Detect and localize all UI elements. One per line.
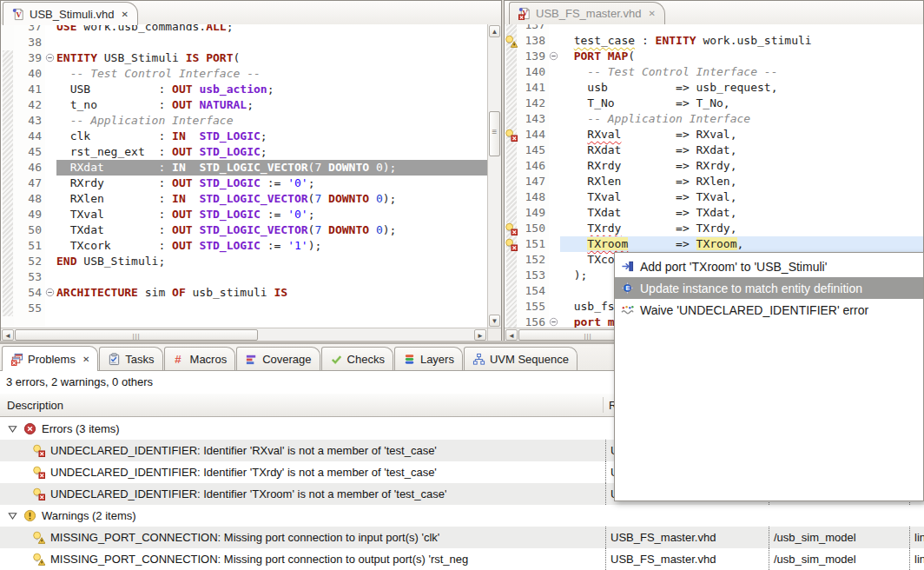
code-line[interactable]: usb => usb_request, xyxy=(560,80,923,96)
code-line[interactable]: clk : IN STD_LOGIC; xyxy=(56,129,487,144)
line-number[interactable]: 148 xyxy=(518,189,545,205)
fold-ruler[interactable] xyxy=(549,24,560,328)
code-line[interactable] xyxy=(56,269,487,285)
code-line[interactable]: RXdat => RXdat, xyxy=(560,142,923,158)
code-line[interactable]: t_no : OUT NATURAL; xyxy=(56,97,487,113)
code-line[interactable]: END USB_Stimuli; xyxy=(56,254,487,269)
line-number[interactable]: 138 xyxy=(518,33,545,49)
line-number[interactable]: 53 xyxy=(14,269,42,285)
line-number[interactable]: 151 xyxy=(518,236,545,252)
line-number[interactable]: 43 xyxy=(14,113,42,129)
code-line[interactable]: -- Test Control Interface -- xyxy=(56,66,487,82)
problem-group-row[interactable]: Warnings (2 items) xyxy=(0,505,924,527)
line-number[interactable]: 44 xyxy=(14,129,42,144)
line-number-ruler[interactable]: 37383940414243444546474849505152535455 xyxy=(14,24,45,328)
line-number[interactable]: 145 xyxy=(518,142,545,158)
fold-toggle[interactable] xyxy=(45,50,56,66)
code-line[interactable]: TXdat : OUT STD_LOGIC_VECTOR(7 DOWNTO 0)… xyxy=(56,222,487,238)
line-number[interactable]: 42 xyxy=(14,97,42,113)
line-number[interactable]: 38 xyxy=(14,35,42,50)
quickfix-item[interactable]: Add port 'TXroom' to 'USB_Stimuli' xyxy=(615,255,923,277)
annotation-ruler[interactable] xyxy=(1,24,14,328)
code-line[interactable]: RXdat : IN STD_LOGIC_VECTOR(7 DOWNTO 0); xyxy=(56,160,487,176)
tab-close-icon[interactable]: ✕ xyxy=(648,9,655,18)
code-area[interactable]: USE work.usb_commands.ALL;ENTITY USB_Sti… xyxy=(56,24,487,328)
scroll-up-icon[interactable]: ▲ xyxy=(489,25,500,37)
line-number[interactable]: 155 xyxy=(518,299,545,315)
fold-toggle[interactable] xyxy=(549,315,560,328)
line-number[interactable]: 139 xyxy=(518,49,545,64)
warning-marker-icon[interactable] xyxy=(505,35,518,48)
code-line[interactable]: ARCHITECTURE sim OF usb_stimuli IS xyxy=(56,285,487,301)
line-number[interactable]: 37 xyxy=(14,24,42,35)
error-marker-icon[interactable] xyxy=(505,238,518,251)
line-number[interactable]: 154 xyxy=(518,283,545,299)
column-header-description[interactable]: Description xyxy=(7,399,63,412)
panel-tab-coverage[interactable]: Coverage xyxy=(236,347,320,370)
line-number[interactable]: 51 xyxy=(14,238,42,254)
expander-icon[interactable] xyxy=(8,424,17,434)
line-number-ruler[interactable]: 1371381391401411421431441451461471481491… xyxy=(518,24,549,328)
scroll-left-icon[interactable]: ◄ xyxy=(2,329,14,341)
fold-icon[interactable] xyxy=(45,285,55,297)
code-line[interactable]: -- Application Interface xyxy=(560,111,923,127)
line-number[interactable]: 41 xyxy=(14,82,42,97)
code-line[interactable]: RXrdy => RXrdy, xyxy=(560,158,923,174)
line-number[interactable]: 152 xyxy=(518,252,545,268)
line-number[interactable]: 140 xyxy=(518,64,545,80)
code-line[interactable]: USB : OUT usb_action; xyxy=(56,82,487,97)
vertical-scroll-thumb[interactable] xyxy=(489,111,500,156)
line-number[interactable]: 50 xyxy=(14,222,42,238)
quickfix-item[interactable]: EUpdate instance to match entity definit… xyxy=(615,277,923,299)
horizontal-scrollbar[interactable]: ◄ ► xyxy=(1,328,487,341)
tab-close-icon[interactable]: ✕ xyxy=(122,10,129,19)
line-number[interactable]: 55 xyxy=(14,301,42,316)
line-number[interactable]: 48 xyxy=(14,191,42,207)
code-line[interactable]: TXval => TXval, xyxy=(560,189,923,205)
fold-icon[interactable] xyxy=(549,49,558,61)
line-number[interactable]: 45 xyxy=(14,144,42,160)
problem-row[interactable]: MISSING_PORT_CONNECTION: Missing port co… xyxy=(0,548,924,570)
annotation-ruler[interactable] xyxy=(505,24,518,328)
panel-tab-layers[interactable]: Layers xyxy=(394,347,463,370)
line-number[interactable]: 40 xyxy=(14,66,42,82)
line-number[interactable]: 142 xyxy=(518,96,545,111)
code-line[interactable] xyxy=(56,301,487,316)
fold-ruler[interactable] xyxy=(45,24,56,328)
line-number[interactable]: 144 xyxy=(518,127,545,142)
code-line[interactable]: PORT MAP( xyxy=(560,49,923,64)
fold-toggle[interactable] xyxy=(549,49,560,64)
error-marker-icon[interactable] xyxy=(505,129,518,142)
line-number[interactable]: 46 xyxy=(14,160,42,176)
code-line[interactable]: ENTITY USB_Stimuli IS PORT( xyxy=(56,50,487,66)
code-line[interactable]: TXcork : OUT STD_LOGIC := '1'); xyxy=(56,238,487,254)
fold-toggle[interactable] xyxy=(45,285,56,301)
fold-icon[interactable] xyxy=(45,50,55,63)
line-number[interactable]: 149 xyxy=(518,205,545,221)
code-line[interactable]: -- Test Control Interface -- xyxy=(560,64,923,80)
code-line[interactable]: T_No => T_No, xyxy=(560,96,923,111)
code-line[interactable]: rst_neg_ext : OUT STD_LOGIC; xyxy=(56,144,487,160)
line-number[interactable]: 141 xyxy=(518,80,545,96)
code-line[interactable]: TXval : OUT STD_LOGIC := '0'; xyxy=(56,207,487,222)
line-number[interactable]: 52 xyxy=(14,254,42,269)
tab-usb-stimuli[interactable]: V USB_Stimuli.vhd ✕ xyxy=(3,2,138,25)
code-line[interactable]: test_case : ENTITY work.usb_stimuli xyxy=(560,33,923,49)
error-marker-icon[interactable] xyxy=(505,222,518,235)
tab-usb-fs-master[interactable]: V USB_FS_master.vhd ✕ xyxy=(509,2,665,24)
code-line[interactable] xyxy=(560,24,923,33)
code-line[interactable]: TXroom => TXroom, xyxy=(560,236,923,252)
line-number[interactable]: 150 xyxy=(518,221,545,236)
panel-tab-problems[interactable]: Problems✕ xyxy=(2,346,98,371)
line-number[interactable]: 143 xyxy=(518,111,545,127)
code-line[interactable]: RXval => RXval, xyxy=(560,127,923,142)
panel-tab-macros[interactable]: #Macros xyxy=(164,347,236,370)
code-line[interactable]: RXlen : IN STD_LOGIC_VECTOR(7 DOWNTO 0); xyxy=(56,191,487,207)
code-line[interactable] xyxy=(56,35,487,50)
quickfix-item[interactable]: Waive 'UNDECLARED_IDENTIFIER' error xyxy=(615,299,923,321)
code-line[interactable]: RXrdy : OUT STD_LOGIC := '0'; xyxy=(56,176,487,191)
line-number[interactable]: 137 xyxy=(518,24,545,33)
code-line[interactable]: -- Application Interface xyxy=(56,113,487,129)
scroll-down-icon[interactable]: ▼ xyxy=(489,315,500,327)
line-number[interactable]: 156 xyxy=(518,315,545,328)
